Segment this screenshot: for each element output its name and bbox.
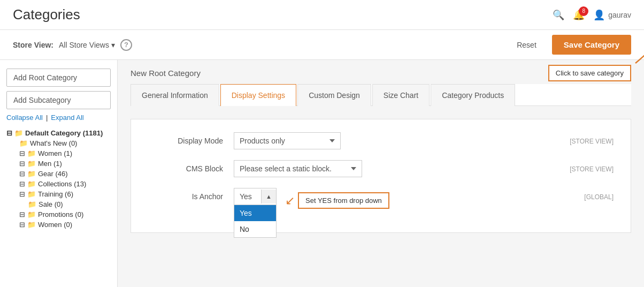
- anchor-annotation: ↙ Set YES from drop down: [285, 192, 389, 209]
- cms-block-select[interactable]: Please select a static block.: [234, 160, 362, 177]
- is-anchor-scope: [GLOBAL]: [560, 188, 614, 201]
- header-right: 🔍 🔔 8 👤 gaurav: [553, 9, 631, 21]
- is-anchor-row: Is Anchor Yes ▲ Yes No: [148, 188, 614, 209]
- anchor-dropdown-menu: Yes No: [234, 205, 277, 238]
- tree-item-label: Promotions (0): [38, 210, 83, 218]
- main-layout: Add Root Category Add Subcategory Collap…: [0, 60, 644, 287]
- tree-item-default-category[interactable]: ⊟ 📁 Default Category (1181): [6, 128, 111, 138]
- tree-item-women[interactable]: ⊟ 📁 Women (1): [15, 148, 111, 158]
- tree-subtree: 📁 What's New (0) ⊟ 📁 Women (1) ⊟ 📁 Men (…: [6, 138, 111, 230]
- tree-item-label: Women (0): [38, 221, 72, 229]
- save-category-button[interactable]: Save Category: [552, 35, 631, 55]
- cms-block-scope: [STORE VIEW]: [560, 160, 614, 173]
- save-arrow-icon: [630, 39, 644, 66]
- user-name: gaurav: [608, 11, 631, 19]
- folder-icon: 📁: [27, 160, 36, 168]
- tree-item-sale[interactable]: 📁 Sale (0): [24, 199, 111, 209]
- cms-block-label: CMS Block: [148, 160, 234, 173]
- save-annotation-bubble: Click to save category: [548, 65, 631, 81]
- sidebar: Add Root Category Add Subcategory Collap…: [0, 60, 118, 287]
- store-view-value: All Store Views: [59, 41, 109, 49]
- folder-icon: 📁: [27, 149, 36, 157]
- folder-icon: 📁: [27, 170, 36, 178]
- minus-icon: ⊟: [19, 210, 25, 218]
- page-title: Categories: [13, 6, 80, 23]
- tab-size-chart[interactable]: Size Chart: [372, 84, 430, 106]
- display-mode-scope: [STORE VIEW]: [560, 132, 614, 145]
- anchor-current-value: Yes: [234, 188, 261, 205]
- tree-item-label: Collections (13): [38, 180, 86, 188]
- minus-icon: ⊟: [19, 149, 25, 157]
- display-mode-select[interactable]: Products only Static block only Static b…: [234, 132, 341, 149]
- folder-icon: 📁: [27, 190, 36, 198]
- reset-button[interactable]: Reset: [508, 36, 546, 54]
- minus-icon: ⊟: [19, 190, 25, 198]
- folder-icon: 📁: [14, 129, 23, 137]
- is-anchor-control: Yes ▲ Yes No ↙: [234, 188, 614, 209]
- form-section: Display Mode Products only Static block …: [131, 119, 631, 233]
- tree-item-label: Gear (46): [38, 170, 68, 178]
- anchor-select-display: Yes ▲: [234, 188, 277, 205]
- anchor-option-no[interactable]: No: [234, 221, 276, 237]
- folder-icon: 📁: [28, 200, 36, 208]
- tree-item-men[interactable]: ⊟ 📁 Men (1): [15, 158, 111, 169]
- store-view-section: Store View: All Store Views ▾ ?: [13, 39, 132, 51]
- cms-block-row: CMS Block Please select a static block. …: [148, 160, 614, 177]
- content-area: New Root Category General Information Di…: [118, 60, 644, 287]
- collapse-all-link[interactable]: Collapse All: [6, 114, 43, 122]
- store-view-selector[interactable]: All Store Views ▾: [59, 41, 115, 49]
- tree-item-label: Default Category (1181): [25, 129, 103, 137]
- add-root-category-button[interactable]: Add Root Category: [6, 69, 111, 87]
- category-tree: ⊟ 📁 Default Category (1181) 📁 What's New…: [6, 128, 111, 230]
- folder-icon: 📁: [19, 139, 28, 147]
- store-view-label: Store View:: [13, 41, 53, 49]
- tab-bar: General Information Display Settings Cus…: [131, 84, 631, 106]
- minus-icon: ⊟: [19, 170, 25, 178]
- help-icon[interactable]: ?: [120, 39, 132, 51]
- display-mode-row: Display Mode Products only Static block …: [148, 132, 614, 149]
- folder-icon: 📁: [27, 221, 36, 229]
- folder-icon: 📁: [27, 180, 36, 188]
- collapse-expand-links: Collapse All | Expand All: [6, 114, 111, 122]
- minus-icon: ⊟: [19, 221, 25, 229]
- add-subcategory-button[interactable]: Add Subcategory: [6, 91, 111, 109]
- tree-item-whats-new[interactable]: 📁 What's New (0): [15, 138, 111, 148]
- notification-badge: 8: [579, 6, 588, 16]
- minus-icon: ⊟: [19, 160, 25, 168]
- expand-all-link[interactable]: Expand All: [51, 114, 83, 122]
- tab-general-information[interactable]: General Information: [131, 84, 219, 106]
- tree-item-promotions[interactable]: ⊟ 📁 Promotions (0): [15, 209, 111, 220]
- anchor-option-yes[interactable]: Yes: [234, 205, 276, 221]
- tree-item-women2[interactable]: ⊟ 📁 Women (0): [15, 220, 111, 230]
- tree-item-training[interactable]: ⊟ 📁 Training (6): [15, 189, 111, 199]
- tab-display-settings[interactable]: Display Settings: [220, 84, 296, 106]
- anchor-dropdown-wrap: Yes ▲ Yes No: [234, 188, 277, 205]
- minus-icon: ⊟: [6, 129, 12, 137]
- display-mode-control: Products only Static block only Static b…: [234, 132, 614, 149]
- anchor-toggle-button[interactable]: ▲: [261, 190, 276, 203]
- toolbar: Store View: All Store Views ▾ ? Reset Sa…: [0, 30, 644, 60]
- tab-custom-design[interactable]: Custom Design: [297, 84, 371, 106]
- is-anchor-label: Is Anchor: [148, 188, 234, 201]
- chevron-down-icon: ▾: [111, 41, 115, 49]
- tree-item-label: Women (1): [38, 149, 72, 157]
- user-menu[interactable]: 👤 gaurav: [593, 9, 631, 21]
- tree-item-label: What's New (0): [30, 139, 77, 147]
- user-icon: 👤: [593, 9, 605, 21]
- curved-arrow-icon: ↙: [285, 194, 295, 208]
- display-mode-label: Display Mode: [148, 132, 234, 145]
- toolbar-actions: Reset Save Category Click to save catego…: [508, 35, 631, 55]
- tab-category-products[interactable]: Category Products: [431, 84, 515, 106]
- tree-item-label: Training (6): [38, 190, 73, 198]
- tree-item-label: Sale (0): [39, 200, 63, 208]
- tree-item-gear[interactable]: ⊟ 📁 Gear (46): [15, 169, 111, 179]
- tree-subtree-training: 📁 Sale (0): [15, 199, 111, 209]
- tree-item-label: Men (1): [38, 160, 62, 168]
- notifications-button[interactable]: 🔔 8: [573, 9, 585, 21]
- cms-block-control: Please select a static block. [STORE VIE…: [234, 160, 614, 177]
- minus-icon: ⊟: [19, 180, 25, 188]
- anchor-annotation-box: Set YES from drop down: [298, 192, 389, 209]
- search-button[interactable]: 🔍: [553, 9, 564, 21]
- folder-icon: 📁: [27, 210, 36, 218]
- tree-item-collections[interactable]: ⊟ 📁 Collections (13): [15, 179, 111, 189]
